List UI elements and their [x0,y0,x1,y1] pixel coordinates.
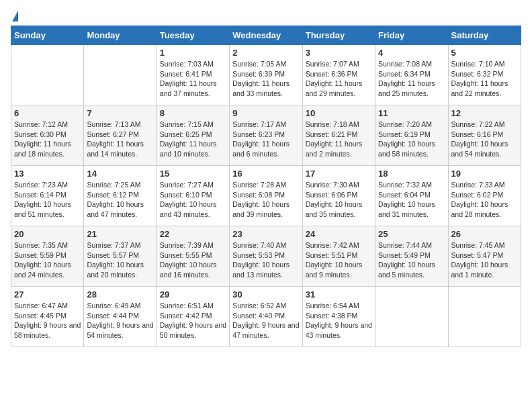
weekday-header-thursday: Thursday [302,26,375,45]
calendar-cell: 8Sunrise: 7:15 AMSunset: 6:25 PMDaylight… [157,105,229,166]
calendar-cell: 29Sunrise: 6:51 AMSunset: 4:42 PMDayligh… [157,287,229,347]
day-number: 17 [306,169,372,179]
day-info: Sunrise: 7:10 AMSunset: 6:32 PMDaylight:… [451,59,518,99]
calendar-cell: 2Sunrise: 7:05 AMSunset: 6:39 PMDaylight… [230,45,302,105]
day-info: Sunrise: 7:37 AMSunset: 5:57 PMDaylight:… [87,240,153,280]
calendar-cell: 18Sunrise: 7:32 AMSunset: 6:04 PMDayligh… [375,166,448,226]
calendar-cell: 3Sunrise: 7:07 AMSunset: 6:36 PMDaylight… [302,45,375,105]
calendar-cell: 24Sunrise: 7:42 AMSunset: 5:51 PMDayligh… [302,226,375,287]
calendar-week-row: 1Sunrise: 7:03 AMSunset: 6:41 PMDaylight… [11,45,521,105]
day-info: Sunrise: 7:45 AMSunset: 5:47 PMDaylight:… [451,240,518,280]
calendar-cell: 6Sunrise: 7:12 AMSunset: 6:30 PMDaylight… [11,105,84,166]
calendar-cell: 22Sunrise: 7:39 AMSunset: 5:55 PMDayligh… [157,226,229,287]
calendar-cell: 17Sunrise: 7:30 AMSunset: 6:06 PMDayligh… [302,166,375,226]
day-number: 22 [160,229,226,239]
day-info: Sunrise: 7:18 AMSunset: 6:21 PMDaylight:… [306,120,372,159]
day-number: 29 [160,289,226,300]
logo [11,11,18,20]
calendar-cell: 26Sunrise: 7:45 AMSunset: 5:47 PMDayligh… [448,226,521,287]
weekday-header-row: SundayMondayTuesdayWednesdayThursdayFrid… [11,26,521,45]
day-number: 3 [306,48,372,58]
day-number: 1 [160,48,226,58]
day-info: Sunrise: 7:03 AMSunset: 6:41 PMDaylight:… [160,59,226,99]
calendar-cell: 21Sunrise: 7:37 AMSunset: 5:57 PMDayligh… [84,226,157,287]
calendar-cell: 11Sunrise: 7:20 AMSunset: 6:19 PMDayligh… [375,105,448,166]
calendar-week-row: 27Sunrise: 6:47 AMSunset: 4:45 PMDayligh… [11,287,521,347]
day-info: Sunrise: 7:07 AMSunset: 6:36 PMDaylight:… [306,59,372,99]
calendar-cell: 4Sunrise: 7:08 AMSunset: 6:34 PMDaylight… [375,45,448,105]
calendar-cell: 20Sunrise: 7:35 AMSunset: 5:59 PMDayligh… [11,226,84,287]
day-info: Sunrise: 7:28 AMSunset: 6:08 PMDaylight:… [232,180,299,220]
day-number: 10 [306,108,372,118]
day-number: 6 [14,108,81,118]
day-number: 19 [451,169,518,179]
calendar-cell: 28Sunrise: 6:49 AMSunset: 4:44 PMDayligh… [84,287,157,347]
day-info: Sunrise: 7:30 AMSunset: 6:06 PMDaylight:… [306,180,372,220]
day-number: 7 [87,108,153,118]
day-number: 23 [232,229,299,239]
day-number: 28 [87,289,153,300]
day-number: 14 [87,169,153,179]
day-number: 31 [306,289,372,300]
day-info: Sunrise: 7:25 AMSunset: 6:12 PMDaylight:… [87,180,153,220]
calendar-cell: 31Sunrise: 6:54 AMSunset: 4:38 PMDayligh… [302,287,375,347]
day-number: 30 [232,289,299,300]
day-number: 2 [232,48,299,58]
calendar-cell [84,45,157,105]
day-number: 21 [87,229,153,239]
calendar-cell: 25Sunrise: 7:44 AMSunset: 5:49 PMDayligh… [375,226,448,287]
day-info: Sunrise: 7:27 AMSunset: 6:10 PMDaylight:… [160,180,226,220]
calendar-week-row: 6Sunrise: 7:12 AMSunset: 6:30 PMDaylight… [11,105,521,166]
calendar-cell: 27Sunrise: 6:47 AMSunset: 4:45 PMDayligh… [11,287,84,347]
day-info: Sunrise: 7:20 AMSunset: 6:19 PMDaylight:… [378,120,445,159]
day-number: 5 [451,48,518,58]
day-number: 20 [14,229,81,239]
calendar-cell: 14Sunrise: 7:25 AMSunset: 6:12 PMDayligh… [84,166,157,226]
day-number: 18 [378,169,445,179]
day-number: 15 [160,169,226,179]
day-info: Sunrise: 7:33 AMSunset: 6:02 PMDaylight:… [451,180,518,220]
day-number: 8 [160,108,226,118]
day-info: Sunrise: 7:40 AMSunset: 5:53 PMDaylight:… [232,240,299,280]
calendar-cell: 5Sunrise: 7:10 AMSunset: 6:32 PMDaylight… [448,45,521,105]
weekday-header-sunday: Sunday [11,26,84,45]
day-info: Sunrise: 7:05 AMSunset: 6:39 PMDaylight:… [232,59,299,99]
calendar-week-row: 20Sunrise: 7:35 AMSunset: 5:59 PMDayligh… [11,226,521,287]
day-number: 24 [306,229,372,239]
day-number: 16 [232,169,299,179]
weekday-header-monday: Monday [84,26,157,45]
weekday-header-saturday: Saturday [448,26,521,45]
day-number: 9 [232,108,299,118]
day-number: 4 [378,48,445,58]
calendar-cell: 16Sunrise: 7:28 AMSunset: 6:08 PMDayligh… [230,166,302,226]
day-info: Sunrise: 7:44 AMSunset: 5:49 PMDaylight:… [378,240,445,280]
page-header [11,11,521,20]
day-info: Sunrise: 7:08 AMSunset: 6:34 PMDaylight:… [378,59,445,99]
calendar-cell: 9Sunrise: 7:17 AMSunset: 6:23 PMDaylight… [230,105,302,166]
day-info: Sunrise: 7:39 AMSunset: 5:55 PMDaylight:… [160,240,226,280]
day-number: 13 [14,169,81,179]
calendar-cell: 10Sunrise: 7:18 AMSunset: 6:21 PMDayligh… [302,105,375,166]
day-info: Sunrise: 6:49 AMSunset: 4:44 PMDaylight:… [87,301,153,340]
day-info: Sunrise: 7:12 AMSunset: 6:30 PMDaylight:… [14,120,81,159]
weekday-header-tuesday: Tuesday [157,26,229,45]
calendar-cell: 13Sunrise: 7:23 AMSunset: 6:14 PMDayligh… [11,166,84,226]
day-info: Sunrise: 6:52 AMSunset: 4:40 PMDaylight:… [232,301,299,340]
calendar-cell: 30Sunrise: 6:52 AMSunset: 4:40 PMDayligh… [230,287,302,347]
day-number: 12 [451,108,518,118]
day-number: 27 [14,289,81,300]
calendar-cell: 15Sunrise: 7:27 AMSunset: 6:10 PMDayligh… [157,166,229,226]
calendar-week-row: 13Sunrise: 7:23 AMSunset: 6:14 PMDayligh… [11,166,521,226]
calendar-cell [448,287,521,347]
calendar-cell: 7Sunrise: 7:13 AMSunset: 6:27 PMDaylight… [84,105,157,166]
weekday-header-friday: Friday [375,26,448,45]
day-info: Sunrise: 7:15 AMSunset: 6:25 PMDaylight:… [160,120,226,159]
logo-triangle-icon [12,11,18,21]
day-info: Sunrise: 6:47 AMSunset: 4:45 PMDaylight:… [14,301,81,340]
calendar-cell: 19Sunrise: 7:33 AMSunset: 6:02 PMDayligh… [448,166,521,226]
day-info: Sunrise: 7:17 AMSunset: 6:23 PMDaylight:… [232,120,299,159]
day-number: 25 [378,229,445,239]
day-info: Sunrise: 7:22 AMSunset: 6:16 PMDaylight:… [451,120,518,159]
day-info: Sunrise: 7:35 AMSunset: 5:59 PMDaylight:… [14,240,81,280]
day-info: Sunrise: 7:42 AMSunset: 5:51 PMDaylight:… [306,240,372,280]
